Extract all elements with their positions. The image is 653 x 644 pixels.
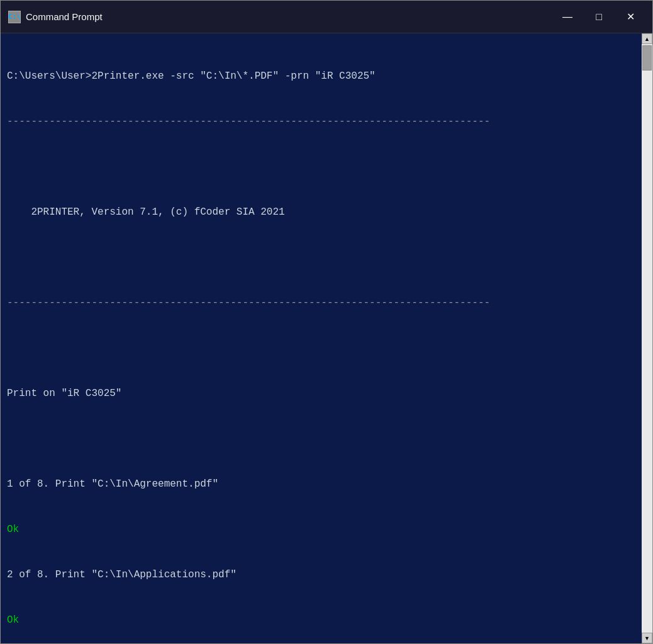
minimize-button[interactable]: — <box>553 6 582 28</box>
window-controls: — □ ✕ <box>553 6 645 28</box>
scrollbar: ▲ ▼ <box>642 33 652 643</box>
terminal-output[interactable]: C:\Users\User>2Printer.exe -src "C:\In\*… <box>1 33 642 643</box>
job-2-line: 2 of 8. Print "C:\In\Applications.pdf" <box>7 567 635 582</box>
close-button[interactable]: ✕ <box>616 6 645 28</box>
job-2-status: Ok <box>7 613 635 628</box>
title-bar-left: C:\ Command Prompt <box>8 11 103 23</box>
cmd-window: C:\ Command Prompt — □ ✕ C:\Users\User>2… <box>0 0 653 644</box>
job-1-line: 1 of 8. Print "C:\In\Agreement.pdf" <box>7 477 635 492</box>
separator-2: ----------------------------------------… <box>7 295 635 310</box>
job-1-status: Ok <box>7 522 635 537</box>
terminal-area: C:\Users\User>2Printer.exe -src "C:\In\*… <box>1 33 652 643</box>
separator-1: ----------------------------------------… <box>7 114 635 129</box>
maximize-button[interactable]: □ <box>584 6 613 28</box>
scroll-down-button[interactable]: ▼ <box>642 633 652 643</box>
command-line: C:\Users\User>2Printer.exe -src "C:\In\*… <box>7 69 635 84</box>
scrollbar-thumb[interactable] <box>642 45 652 71</box>
title-bar: C:\ Command Prompt — □ ✕ <box>1 1 652 33</box>
cmd-icon: C:\ <box>8 11 21 23</box>
window-title: Command Prompt <box>26 11 103 22</box>
version-line: 2PRINTER, Version 7.1, (c) fCoder SIA 20… <box>7 205 635 220</box>
scroll-up-button[interactable]: ▲ <box>642 33 652 44</box>
scrollbar-track[interactable] <box>642 44 652 633</box>
print-target: Print on "iR C3025" <box>7 386 635 401</box>
